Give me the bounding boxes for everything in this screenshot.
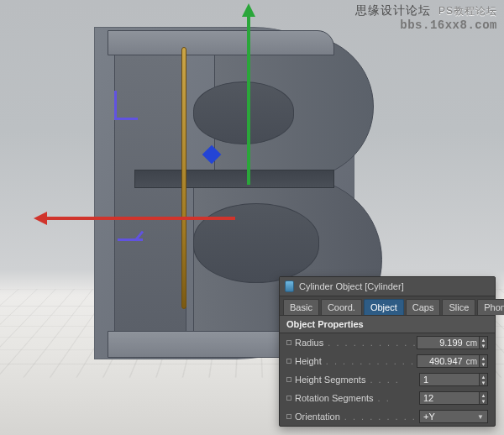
tab-slice[interactable]: Slice [442, 299, 475, 315]
chevron-up-icon[interactable]: ▲ [480, 392, 487, 398]
height-stepper[interactable]: ▲▼ [479, 355, 487, 367]
row-radius: Radius . . . . . . . . . . . . . . cm ▲▼ [280, 333, 495, 352]
section-object-properties: Object Properties [280, 315, 495, 333]
chevron-up-icon[interactable]: ▲ [480, 374, 487, 380]
attribute-panel: Cylinder Object [Cylinder] Basic Coord. … [279, 276, 496, 427]
height-input[interactable] [417, 356, 466, 366]
watermark-text-right: PS教程论坛 [438, 5, 497, 17]
label-orientation: Orientation . . . . . . . . . [286, 411, 419, 422]
label-height: Height . . . . . . . . . . . . . . [286, 356, 417, 366]
rotation-segments-stepper[interactable]: ▲▼ [479, 392, 487, 404]
panel-tabs: Basic Coord. Object Caps Slice Phong [280, 296, 495, 315]
3d-viewport[interactable]: 思缘设计论坛 PS教程论坛 bbs.16xx8.com Cylinder Obj… [0, 0, 504, 435]
row-rotation-segments: Rotation Segments . . ▲▼ [280, 389, 495, 407]
label-rotation-segments: Rotation Segments . . [286, 393, 419, 403]
tab-caps[interactable]: Caps [406, 299, 441, 315]
local-axis-indicator [108, 91, 138, 124]
tab-phong[interactable]: Phong [477, 299, 504, 315]
orientation-value: +Y [423, 411, 435, 422]
tab-basic[interactable]: Basic [283, 299, 319, 315]
row-height: Height . . . . . . . . . . . . . . cm ▲▼ [280, 352, 495, 370]
chevron-up-icon[interactable]: ▲ [480, 355, 487, 361]
rotation-segments-input[interactable] [420, 393, 479, 403]
cylinder-icon [285, 280, 294, 292]
cylinder-mesh [181, 47, 186, 309]
row-orientation: Orientation . . . . . . . . . +Y ▼ [280, 407, 495, 426]
row-height-segments: Height Segments . . . . ▲▼ [280, 370, 495, 389]
height-segments-stepper[interactable]: ▲▼ [479, 374, 487, 385]
height-segments-input[interactable] [420, 375, 479, 385]
height-unit: cm [466, 357, 479, 366]
local-axis-indicator-2 [118, 238, 148, 272]
tab-coord[interactable]: Coord. [321, 299, 362, 315]
tab-object[interactable]: Object [364, 299, 404, 315]
chevron-down-icon[interactable]: ▼ [480, 398, 487, 404]
radius-unit: cm [466, 338, 479, 348]
height-segments-field[interactable]: ▲▼ [419, 373, 488, 386]
label-height-segments: Height Segments . . . . [286, 375, 419, 385]
radius-input[interactable] [417, 338, 466, 348]
label-radius: Radius . . . . . . . . . . . . . . [286, 338, 417, 348]
watermark-url: bbs.16xx8.com [355, 18, 497, 32]
panel-title: Cylinder Object [Cylinder] [299, 281, 404, 291]
chevron-down-icon[interactable]: ▼ [480, 361, 487, 367]
radius-stepper[interactable]: ▲▼ [479, 337, 487, 349]
orientation-select[interactable]: +Y ▼ [419, 410, 488, 423]
panel-header: Cylinder Object [Cylinder] [280, 277, 495, 296]
rotation-segments-field[interactable]: ▲▼ [419, 391, 488, 405]
chevron-down-icon[interactable]: ▼ [480, 380, 487, 385]
radius-field[interactable]: cm ▲▼ [417, 336, 488, 349]
chevron-up-icon[interactable]: ▲ [480, 337, 487, 343]
watermark: 思缘设计论坛 PS教程论坛 bbs.16xx8.com [355, 3, 497, 32]
chevron-down-icon: ▼ [477, 413, 484, 421]
height-field[interactable]: cm ▲▼ [417, 354, 488, 368]
watermark-text-left: 思缘设计论坛 [355, 3, 431, 17]
chevron-down-icon[interactable]: ▼ [480, 343, 487, 349]
